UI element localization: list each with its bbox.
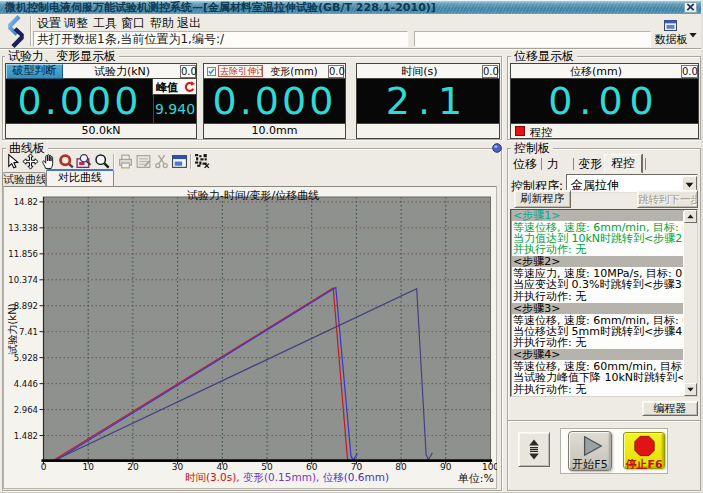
peak-strip: 峰值 <box>152 79 196 95</box>
steps-scrollbar[interactable] <box>684 210 697 396</box>
step-line[interactable]: 当位移达到 5mm时跳转到<步骤4> <box>513 326 683 337</box>
step-header[interactable]: <步骤4> <box>512 349 683 360</box>
displacement-aux-value: 0.0 <box>681 65 698 78</box>
ytick-label: 4.446 <box>14 379 38 389</box>
zoom-region-tool-icon[interactable] <box>76 153 93 170</box>
app-window: 微机控制电液伺服万能试验机测控系统—[金属材料室温拉伸试验(GB/T 228.1… <box>0 0 703 493</box>
menu-item-window[interactable]: 窗口 <box>121 16 147 30</box>
chart-title: 试验力-时间/变形/位移曲线 <box>33 188 473 203</box>
zoom-in-tool-icon[interactable] <box>58 153 75 170</box>
menu-item-help[interactable]: 帮助 <box>150 16 176 30</box>
step-line[interactable]: 并执行动作: 无 <box>513 291 683 302</box>
ytick-label: 1.482 <box>14 431 38 441</box>
chart-ylabel: 试验力(kN) <box>6 289 18 369</box>
menu-item-exit[interactable]: 退出 <box>177 16 203 30</box>
control-tab-program[interactable]: 程控 <box>604 154 642 173</box>
scroll-down-button[interactable] <box>684 383 697 396</box>
remove-extensometer-label[interactable]: 去除引伸计 <box>218 65 263 77</box>
step-line[interactable]: 当应变达到 0.3%时跳转到<步骤3> <box>513 279 683 290</box>
tab-test-curve[interactable]: 试验曲线 <box>2 172 46 186</box>
report-icon-disabled <box>135 153 152 170</box>
force-header: 试验力(kN) <box>63 65 181 78</box>
control-tab-separator-3 <box>645 158 646 170</box>
step-line[interactable]: 当试验力峰值下降 10kN时跳转到<步骤5> <box>513 372 683 383</box>
program-select-value: 金属拉伸 <box>571 177 619 194</box>
toolbar-dropdown-icon[interactable] <box>689 32 697 38</box>
move-tool-icon[interactable] <box>22 153 39 170</box>
next-step-button[interactable]: 跳转到下一步 <box>637 190 698 208</box>
control-panel-divider-highlight <box>508 421 700 422</box>
menu-item-tools[interactable]: 工具 <box>93 16 119 30</box>
tab-compare-curve[interactable]: 对比曲线 <box>46 169 114 186</box>
databoard-icon <box>664 20 677 31</box>
step-header[interactable]: <步骤3> <box>512 303 683 314</box>
panel-pin-icon[interactable] <box>492 143 502 153</box>
start-button[interactable]: 开始F5 <box>568 431 612 471</box>
window-title: 微机控制电液伺服万能试验机测控系统—[金属材料室温拉伸试验(GB/T 228.1… <box>5 2 436 14</box>
control-tab-force[interactable]: 力 <box>547 157 561 171</box>
xtick-label: 0 <box>41 462 47 472</box>
databoard-label: 数据板 <box>652 32 690 47</box>
close-icon <box>686 3 695 11</box>
ytick-label: 10.374 <box>8 275 38 285</box>
step-line[interactable]: 并执行动作: 无 <box>513 244 683 255</box>
step-line[interactable]: 当力值达到 10kN时跳转到<步骤2> <box>513 233 683 244</box>
data-window-icon[interactable] <box>171 153 188 170</box>
close-button[interactable] <box>684 2 697 13</box>
ytick-label: 2.964 <box>14 405 38 415</box>
app-logo <box>4 15 28 48</box>
xlabel-part-displacement: 位移(0.6mm) <box>319 471 389 483</box>
force-display: 破型判断 试验力(kN) 0.0 0.000 峰值 9.940 50.0kN <box>5 63 197 139</box>
extensometer-checkbox[interactable] <box>207 67 216 76</box>
peak-refresh-icon[interactable] <box>183 81 195 93</box>
force-range: 50.0kN <box>6 123 196 138</box>
displacement-header: 位移(mm) <box>511 65 681 78</box>
chart-plot[interactable]: 1.4822.9644.4465.9287.418.89210.37411.85… <box>3 186 497 489</box>
step-line[interactable]: 等速位移, 速度: 6mm/min, 目标: 0mm, <box>513 315 683 326</box>
control-tab-displacement[interactable]: 位移 <box>513 157 539 171</box>
menu-item-adjust[interactable]: 调整 <box>64 16 90 30</box>
programmer-button[interactable]: 编程器 <box>642 401 698 416</box>
jog-button[interactable] <box>518 432 550 467</box>
zoom-tool-icon[interactable] <box>94 153 111 170</box>
databoard-button[interactable]: 数据板 <box>652 18 690 47</box>
scroll-up-button[interactable] <box>684 210 697 223</box>
ytick-label: 7.41 <box>19 327 38 337</box>
scroll-up-icon <box>687 214 694 219</box>
stop-button-label: 停止F6 <box>624 457 664 472</box>
checkbox-check-icon <box>208 68 215 75</box>
step-line[interactable]: 等速位移, 速度: 6mm/min, 目标: 0mm, <box>513 222 683 233</box>
refresh-program-button[interactable]: 刷新程序 <box>514 190 571 208</box>
step-header[interactable]: <步骤2> <box>512 256 683 267</box>
displacement-group-title: 位移显示板 <box>511 50 577 63</box>
program-select-arrow[interactable] <box>682 176 697 191</box>
deform-aux-value: 0.0 <box>328 65 344 78</box>
step-header[interactable]: <步骤1> <box>512 210 683 221</box>
ytick-label: 11.856 <box>8 249 38 259</box>
xtick-label: 10 <box>82 462 94 472</box>
print-icon-disabled <box>117 153 134 170</box>
titlebar: 微机控制电液伺服万能试验机测控系统—[金属材料室温拉伸试验(GB/T 228.1… <box>0 0 703 14</box>
chart-xlabel: 时间(3.0s), 变形(0.15mm), 位移(0.6mm) <box>100 471 474 485</box>
displacement-display: 位移(mm) 0.0 0.00 程控 <box>510 63 699 139</box>
step-line[interactable]: 等速应力, 速度: 10MPa/s, 目标: 0MPa/s, <box>513 268 683 279</box>
time-display: 时间(s) 0.0 2.1 <box>356 63 500 139</box>
control-tab-deform[interactable]: 变形 <box>578 157 604 171</box>
pattern-copy-icon[interactable] <box>194 153 211 170</box>
xlabel-part-deform: 变形(0.15mm), <box>240 471 320 483</box>
step-line[interactable]: 并执行动作: 无 <box>513 384 683 395</box>
step-line[interactable]: 等速位移, 速度: 60mm/min, 目标: 0mm, <box>513 361 683 372</box>
stop-button[interactable]: 停止F6 <box>623 432 665 469</box>
time-header: 时间(s) <box>357 65 482 78</box>
pan-hand-tool-icon[interactable] <box>40 153 57 170</box>
displacement-value: 0.00 <box>512 80 697 124</box>
time-value: 2.1 <box>358 80 498 124</box>
status-text: 共打开数据1条,当前位置为1,编号:/ <box>37 32 224 46</box>
menu-item-settings[interactable]: 设置 <box>37 16 63 30</box>
force-value: 0.000 <box>7 80 152 124</box>
time-aux-value: 0.0 <box>482 65 498 78</box>
break-detect-button[interactable]: 破型判断 <box>6 64 63 79</box>
xlabel-part-time: 时间(3.0s), <box>185 471 240 483</box>
step-line[interactable]: 并执行动作: 无 <box>513 337 683 348</box>
pointer-tool-icon[interactable] <box>4 153 21 170</box>
